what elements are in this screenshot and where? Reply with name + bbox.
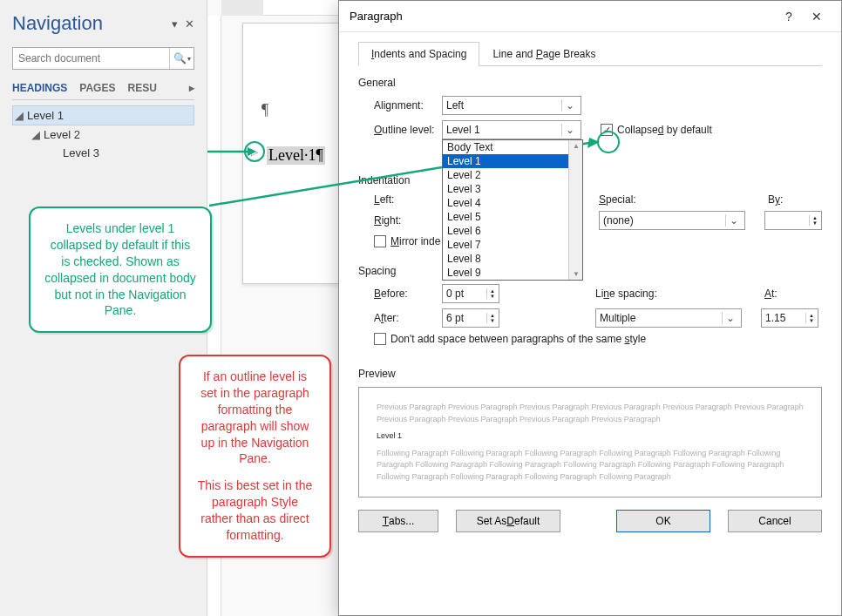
dropdown-option[interactable]: Level 6 — [443, 224, 582, 238]
dropdown-option[interactable]: Level 5 — [443, 210, 582, 224]
dialog-tabs: IIndents and Spacingndents and Spacing L… — [358, 41, 822, 66]
after-spinner[interactable]: 6 pt▲▼ — [442, 308, 499, 328]
after-label: After: — [358, 312, 442, 324]
alignment-label: Alignment: — [358, 99, 442, 112]
indent-left-label: Left: — [358, 193, 442, 206]
collapsed-label: Collapsed by default — [617, 124, 712, 136]
by-spinner[interactable]: ▲▼ — [764, 211, 822, 230]
headings-tree: ◢Level 1 ◢Level 2 Level 3 — [12, 105, 194, 162]
help-icon[interactable]: ? — [775, 3, 803, 30]
heading-text-level1[interactable]: Level·1¶ — [267, 146, 325, 165]
tree-item-level2[interactable]: ◢Level 2 — [12, 125, 194, 144]
dropdown-option[interactable]: Level 2 — [443, 168, 582, 182]
chevron-down-icon: ⌄ — [725, 214, 741, 227]
tab-overflow-icon[interactable]: ▸ — [189, 82, 194, 94]
tabs-button[interactable]: Tabs... — [358, 510, 438, 532]
tab-indents-spacing[interactable]: IIndents and Spacingndents and Spacing — [358, 42, 479, 66]
at-spinner[interactable]: 1.15▲▼ — [761, 308, 818, 328]
tab-headings[interactable]: HEADINGS — [12, 82, 67, 94]
paragraph-mark: ¶ — [261, 101, 268, 119]
chevron-down-icon: ⌄ — [561, 124, 577, 136]
before-label: Before: — [358, 288, 442, 300]
general-label: General — [358, 77, 822, 89]
dialog-titlebar[interactable]: Paragraph ? ✕ — [339, 1, 841, 32]
cancel-button[interactable]: Cancel — [728, 510, 822, 532]
collapsed-checkbox[interactable]: ✓ — [601, 124, 613, 136]
tab-pages[interactable]: PAGES — [79, 82, 115, 94]
indent-right-label: Right: — [358, 214, 442, 227]
preview-label: Preview — [358, 368, 822, 380]
outline-level-label: Outline level: — [358, 124, 442, 136]
paragraph-dialog: Paragraph ? ✕ IIndents and Spacingndents… — [338, 0, 842, 616]
dropdown-option[interactable]: Level 3 — [443, 182, 582, 196]
callout-red: If an outline level is set in the paragr… — [179, 355, 331, 558]
nav-tabs: HEADINGS PAGES RESU ▸ — [12, 82, 194, 100]
at-label: At: — [764, 288, 777, 300]
preview-following: Following Paragraph Following Paragraph … — [377, 448, 804, 484]
search-input[interactable] — [13, 52, 169, 64]
nav-close-icon[interactable]: ✕ — [185, 17, 194, 30]
dropdown-scrollbar[interactable] — [568, 140, 582, 280]
special-combo[interactable]: (none)⌄ — [599, 211, 745, 230]
search-document[interactable]: 🔍▾ — [12, 47, 194, 70]
set-default-button[interactable]: Set As Default — [456, 510, 560, 532]
line-spacing-combo[interactable]: Multiple⌄ — [595, 308, 742, 328]
dialog-button-row: Tabs... Set As Default OK Cancel — [339, 498, 841, 545]
dont-add-space-checkbox[interactable] — [374, 333, 386, 345]
mirror-checkbox[interactable] — [374, 235, 386, 247]
dropdown-option[interactable]: Body Text — [443, 140, 582, 154]
chevron-down-icon: ⌄ — [561, 99, 577, 112]
before-spinner[interactable]: 0 pt▲▼ — [442, 284, 499, 303]
chevron-down-icon: ⌄ — [722, 312, 737, 324]
spacing-label: Spacing — [358, 265, 822, 277]
ok-button[interactable]: OK — [616, 510, 710, 532]
dialog-title: Paragraph — [350, 10, 403, 23]
by-label: By: — [768, 193, 783, 206]
dropdown-option[interactable]: Level 9 — [443, 266, 582, 280]
nav-title: Navigation — [12, 12, 103, 35]
dropdown-option[interactable]: Level 7 — [443, 238, 582, 252]
outline-level-combo[interactable]: Level 1⌄ Body Text Level 1 Level 2 Level… — [442, 120, 581, 139]
indentation-label: Indentation — [358, 174, 822, 186]
preview-current: Level 1 — [377, 430, 804, 443]
preview-previous: Previous Paragraph Previous Paragraph Pr… — [377, 402, 804, 425]
collapse-triangle-icon[interactable]: ▷ — [244, 141, 265, 162]
tree-item-level3[interactable]: Level 3 — [12, 144, 194, 162]
tree-item-level1[interactable]: ◢Level 1 — [12, 105, 194, 125]
nav-dropdown-icon[interactable]: ▾ — [172, 17, 178, 30]
dont-add-space-label: Don't add space between paragraphs of th… — [390, 333, 646, 345]
close-icon[interactable]: ✕ — [803, 3, 831, 30]
dropdown-option[interactable]: Level 8 — [443, 252, 582, 266]
search-icon[interactable]: 🔍▾ — [169, 48, 194, 69]
line-spacing-label: Line spacing: — [595, 288, 682, 300]
dropdown-option[interactable]: Level 1 — [443, 154, 582, 168]
tab-line-page-breaks[interactable]: Line and Page Breaks — [479, 42, 608, 66]
special-label: Special: — [599, 193, 663, 206]
preview-box: Previous Paragraph Previous Paragraph Pr… — [358, 387, 822, 498]
callout-green: Levels under level 1 collapsed by defaul… — [29, 206, 212, 333]
outline-dropdown-list: Body Text Level 1 Level 2 Level 3 Level … — [442, 139, 583, 281]
alignment-combo[interactable]: Left⌄ — [442, 96, 581, 115]
tab-results[interactable]: RESU — [127, 82, 156, 94]
mirror-label: Mirror inde — [390, 235, 440, 247]
dropdown-option[interactable]: Level 4 — [443, 196, 582, 210]
